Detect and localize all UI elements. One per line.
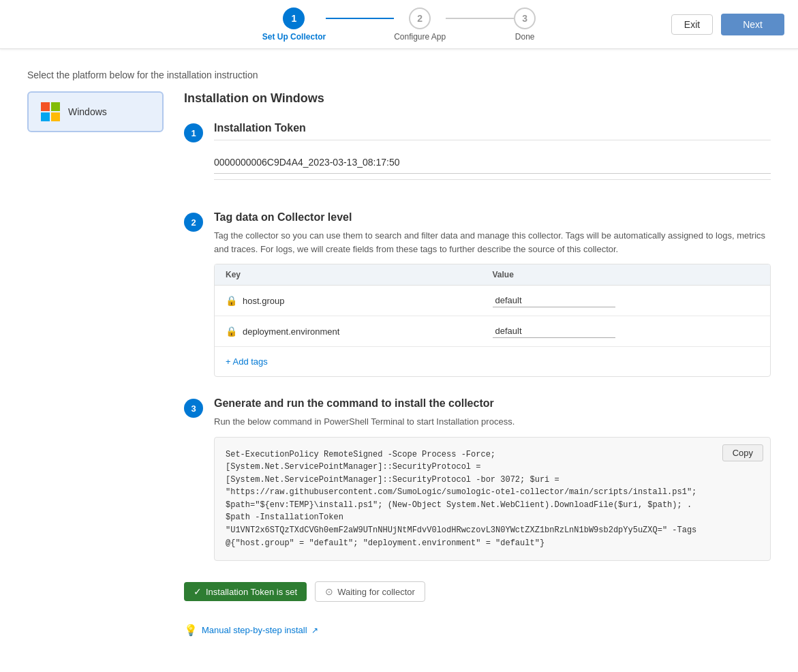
step-1-circle: 1 <box>283 7 305 29</box>
tag-value-input-2[interactable] <box>493 324 615 338</box>
waiting-icon: ⊙ <box>325 586 333 597</box>
status-row: ✓ Installation Token is set ⊙ Waiting fo… <box>184 581 771 602</box>
right-panel: Installation on Windows 1 Installation T… <box>184 91 771 637</box>
install-step-3: 3 Generate and run the command to instal… <box>184 397 771 561</box>
windows-logo-icon <box>40 101 61 123</box>
connector-1-2 <box>326 18 394 19</box>
step-num-3: 3 <box>184 399 203 418</box>
step-2-circle: 2 <box>409 7 431 29</box>
external-link-icon: ↗ <box>311 626 318 635</box>
header-actions: Exit Next <box>671 14 784 35</box>
header: 1 Set Up Collector 2 Configure App <box>0 0 798 49</box>
svg-rect-3 <box>51 112 60 121</box>
bulb-icon: 💡 <box>184 624 198 637</box>
step-2: 2 Configure App <box>394 7 446 42</box>
step-3: 3 Done <box>514 7 536 42</box>
step-3-content: Generate and run the command to install … <box>214 397 771 561</box>
add-tags-row: + Add tags <box>215 347 770 376</box>
add-tags-link[interactable]: + Add tags <box>215 350 279 373</box>
step-1-label: Set Up Collector <box>262 32 326 42</box>
step-3-title: Generate and run the command to install … <box>214 397 771 410</box>
manual-install-label: Manual step-by-step install <box>202 625 307 635</box>
exit-button[interactable]: Exit <box>671 14 713 35</box>
windows-platform-button[interactable]: Windows <box>27 91 164 132</box>
sidebar: Windows <box>27 91 164 637</box>
token-value: 0000000006C9D4A4_2023-03-13_08:17:50 <box>214 151 771 174</box>
lock-icon-1: 🔒 <box>226 295 237 306</box>
windows-label: Windows <box>68 106 107 117</box>
step-3-label: Done <box>515 32 535 42</box>
main-content: Select the platform below for the instal… <box>0 49 798 672</box>
connector-2-3 <box>446 18 514 19</box>
step-3-circle: 3 <box>514 7 536 29</box>
tag-row-1: 🔒 host.group <box>215 286 770 316</box>
tags-table: Key Value 🔒 host.group <box>214 264 771 377</box>
badge-token-set: ✓ Installation Token is set <box>184 582 307 601</box>
step-2-content: Tag data on Collector level Tag the coll… <box>214 211 771 377</box>
next-button[interactable]: Next <box>721 14 784 35</box>
badge-success-label: Installation Token is set <box>206 587 297 597</box>
svg-rect-2 <box>41 112 50 121</box>
platform-prompt: Select the platform below for the instal… <box>27 70 771 80</box>
step-2-title: Tag data on Collector level <box>214 211 771 224</box>
lock-icon-2: 🔒 <box>226 326 237 337</box>
token-divider-top <box>214 140 771 140</box>
command-block: Set-ExecutionPolicy RemoteSigned -Scope … <box>214 437 771 562</box>
step-2-desc: Tag the collector so you can use them to… <box>214 229 771 256</box>
tag-key-2: 🔒 deployment.environment <box>226 326 493 337</box>
installation-title: Installation on Windows <box>184 91 771 106</box>
command-text: Set-ExecutionPolicy RemoteSigned -Scope … <box>226 448 759 550</box>
tag-row-2: 🔒 deployment.environment <box>215 316 770 347</box>
tag-key-1: 🔒 host.group <box>226 295 493 306</box>
step-1: 1 Set Up Collector <box>262 7 326 42</box>
tag-value-1 <box>493 294 760 307</box>
checkmark-icon: ✓ <box>194 586 202 597</box>
install-step-1: 1 Installation Token 0000000006C9D4A4_20… <box>184 122 771 191</box>
col-key-header: Key <box>226 270 493 279</box>
stepper: 1 Set Up Collector 2 Configure App <box>14 7 784 42</box>
tags-header: Key Value <box>215 264 770 286</box>
step-num-2: 2 <box>184 213 203 232</box>
copy-button[interactable]: Copy <box>722 444 763 461</box>
manual-install-link[interactable]: 💡 Manual step-by-step install ↗ <box>184 624 771 637</box>
col-value-header: Value <box>493 270 760 279</box>
step-1-title: Installation Token <box>214 122 771 134</box>
svg-rect-0 <box>41 102 50 111</box>
step-2-label: Configure App <box>394 32 446 42</box>
content-layout: Windows Installation on Windows 1 Instal… <box>27 91 771 637</box>
tag-value-2 <box>493 324 760 338</box>
badge-waiting-label: Waiting for collector <box>337 587 415 597</box>
token-divider-bottom <box>214 179 771 180</box>
tag-value-input-1[interactable] <box>493 294 615 307</box>
step-num-1: 1 <box>184 123 203 142</box>
install-step-2: 2 Tag data on Collector level Tag the co… <box>184 211 771 377</box>
step-1-content: Installation Token 0000000006C9D4A4_2023… <box>214 122 771 191</box>
svg-rect-1 <box>51 102 60 111</box>
step-3-desc: Run the below command in PowerShell Term… <box>214 415 771 429</box>
badge-waiting-collector: ⊙ Waiting for collector <box>315 581 425 602</box>
